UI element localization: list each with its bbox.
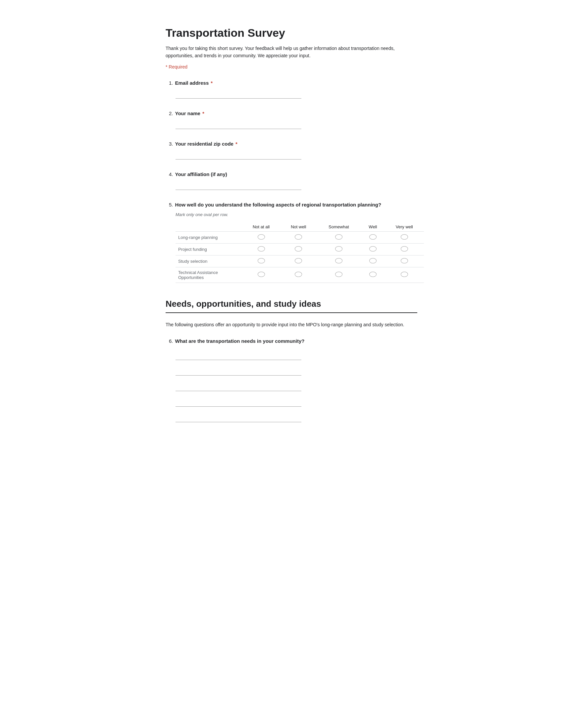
zipcode-input[interactable]	[175, 151, 302, 159]
section-2-heading: Needs, opportunities, and study ideas	[165, 299, 417, 313]
radio-funding-very-well[interactable]	[401, 246, 408, 251]
radio-study-not-well[interactable]	[295, 258, 302, 263]
grid-cell-long-range-well	[361, 231, 385, 243]
question-4-number: 4.	[169, 171, 173, 177]
question-4-text: Your affiliation (if any)	[175, 171, 227, 177]
radio-study-somewhat[interactable]	[335, 258, 343, 263]
radio-long-range-somewhat[interactable]	[335, 234, 343, 240]
radio-long-range-not-well[interactable]	[295, 234, 302, 240]
question-2-number: 2.	[169, 111, 173, 116]
grid-cell-funding-somewhat	[316, 243, 361, 255]
radio-funding-not-at-all[interactable]	[258, 246, 265, 251]
question-3-label: 3. Your residential zip code *	[169, 141, 417, 147]
radio-study-very-well[interactable]	[401, 258, 408, 263]
question-6-block: 6. What are the transportation needs in …	[165, 338, 417, 426]
question-3-block: 3. Your residential zip code *	[165, 141, 417, 159]
grid-col-not-well: Not well	[280, 222, 316, 232]
section-2-intro: The following questions offer an opportu…	[165, 321, 417, 328]
radio-study-not-at-all[interactable]	[258, 258, 265, 263]
radio-long-range-well[interactable]	[369, 234, 377, 240]
radio-tech-well[interactable]	[369, 272, 377, 277]
grid-row-project-funding: Project funding	[175, 243, 424, 255]
radio-tech-somewhat[interactable]	[335, 272, 343, 277]
grid-row-long-range: Long-range planning	[175, 231, 424, 243]
question-6-text: What are the transportation needs in you…	[175, 338, 305, 344]
question-5-block: 5. How well do you understand the follow…	[165, 202, 417, 283]
grid-cell-funding-not-at-all	[242, 243, 280, 255]
grid-cell-funding-well	[361, 243, 385, 255]
community-needs-line-2[interactable]	[175, 367, 302, 376]
question-5-text: How well do you understand the following…	[175, 202, 382, 207]
community-needs-line-5[interactable]	[175, 414, 302, 422]
question-1-required: *	[211, 80, 212, 86]
question-2-text: Your name	[175, 111, 200, 116]
grid-row-label-study-selection: Study selection	[175, 255, 242, 267]
question-1-block: 1. Email address *	[165, 80, 417, 99]
grid-cell-study-somewhat	[316, 255, 361, 267]
grid-cell-tech-very-well	[385, 267, 424, 283]
grid-row-label-technical-assistance: Technical Assistance Opportunities	[175, 267, 242, 283]
grid-row-technical-assistance: Technical Assistance Opportunities	[175, 267, 424, 283]
required-note: * Required	[165, 64, 417, 69]
community-needs-line-3[interactable]	[175, 383, 302, 391]
survey-title: Transportation Survey	[165, 26, 417, 39]
question-6-number: 6.	[169, 338, 173, 344]
radio-long-range-not-at-all[interactable]	[258, 234, 265, 240]
grid-col-very-well: Very well	[385, 222, 424, 232]
radio-tech-not-at-all[interactable]	[258, 272, 265, 277]
grid-cell-long-range-not-at-all	[242, 231, 280, 243]
question-3-text: Your residential zip code	[175, 141, 233, 147]
question-6-inputs	[175, 348, 417, 426]
community-needs-line-1[interactable]	[175, 352, 302, 360]
radio-long-range-very-well[interactable]	[401, 234, 408, 240]
question-3-number: 3.	[169, 141, 173, 147]
affiliation-input[interactable]	[175, 182, 302, 190]
grid-cell-tech-well	[361, 267, 385, 283]
question-2-required: *	[202, 111, 204, 116]
radio-funding-somewhat[interactable]	[335, 246, 343, 251]
grid-cell-study-very-well	[385, 255, 424, 267]
grid-col-well: Well	[361, 222, 385, 232]
question-5-number: 5.	[169, 202, 173, 207]
grid-cell-funding-not-well	[280, 243, 316, 255]
question-5-sub-instruction: Mark only one oval per row.	[175, 212, 417, 217]
question-1-text: Email address	[175, 80, 209, 86]
grid-col-somewhat: Somewhat	[316, 222, 361, 232]
community-needs-line-4[interactable]	[175, 398, 302, 407]
grid-cell-study-not-at-all	[242, 255, 280, 267]
grid-cell-long-range-not-well	[280, 231, 316, 243]
radio-tech-not-well[interactable]	[295, 272, 302, 277]
grid-col-not-at-all: Not at all	[242, 222, 280, 232]
grid-row-label-long-range: Long-range planning	[175, 231, 242, 243]
grid-cell-tech-somewhat	[316, 267, 361, 283]
question-4-block: 4. Your affiliation (if any)	[165, 171, 417, 190]
question-1-number: 1.	[169, 80, 173, 86]
understanding-grid: Not at all Not well Somewhat Well Very w…	[175, 222, 424, 283]
grid-col-blank	[175, 222, 242, 232]
question-5-label: 5. How well do you understand the follow…	[169, 202, 417, 207]
radio-funding-well[interactable]	[369, 246, 377, 251]
grid-row-study-selection: Study selection	[175, 255, 424, 267]
grid-row-label-project-funding: Project funding	[175, 243, 242, 255]
grid-cell-tech-not-well	[280, 267, 316, 283]
radio-funding-not-well[interactable]	[295, 246, 302, 251]
radio-tech-very-well[interactable]	[401, 272, 408, 277]
name-input[interactable]	[175, 121, 302, 129]
question-3-required: *	[235, 141, 237, 147]
question-4-label: 4. Your affiliation (if any)	[169, 171, 417, 177]
grid-cell-long-range-very-well	[385, 231, 424, 243]
grid-cell-tech-not-at-all	[242, 267, 280, 283]
survey-description: Thank you for taking this short survey. …	[165, 45, 417, 60]
question-6-label: 6. What are the transportation needs in …	[169, 338, 417, 344]
grid-cell-study-not-well	[280, 255, 316, 267]
question-1-label: 1. Email address *	[169, 80, 417, 86]
grid-cell-study-well	[361, 255, 385, 267]
radio-study-well[interactable]	[369, 258, 377, 263]
question-2-label: 2. Your name *	[169, 111, 417, 116]
page-container: Transportation Survey Thank you for taki…	[132, 0, 431, 465]
grid-cell-funding-very-well	[385, 243, 424, 255]
grid-cell-long-range-somewhat	[316, 231, 361, 243]
email-input[interactable]	[175, 90, 302, 99]
question-2-block: 2. Your name *	[165, 111, 417, 129]
